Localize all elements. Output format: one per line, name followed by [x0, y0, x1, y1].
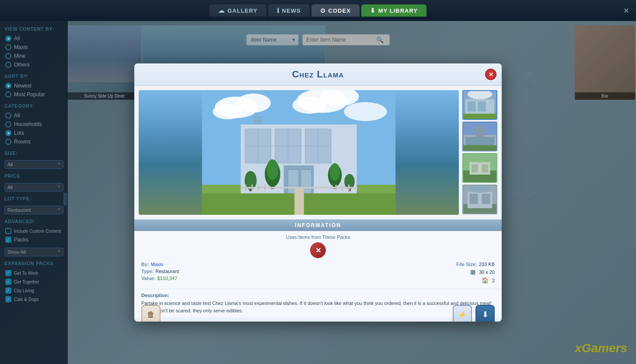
tab-codex-label: Codex — [328, 7, 351, 14]
info-icon: ℹ — [277, 7, 280, 14]
svg-rect-74 — [472, 164, 478, 173]
thumb-3[interactable] — [462, 153, 497, 183]
tab-gallery-label: Gallery — [227, 7, 258, 14]
svg-rect-54 — [258, 185, 259, 191]
description-section: Description: Partake in science and tast… — [134, 289, 502, 318]
top-bar: ☁ Gallery ℹ News ⊙ Codex ⬇ My Library ✕ — [0, 0, 636, 21]
svg-rect-79 — [469, 194, 478, 204]
pack-icon-wrap: ✕ — [141, 242, 495, 258]
modal-close-button[interactable]: ✕ — [485, 69, 496, 80]
download-icon: ⬇ — [482, 310, 489, 319]
svg-rect-70 — [463, 145, 496, 150]
floors-icon: 🏠 — [482, 277, 489, 284]
svg-rect-58 — [348, 185, 349, 191]
info-meta-right: File Size: 233 KB ▦ 30 x 20 🏠 — [322, 262, 495, 285]
tab-gallery[interactable]: ☁ Gallery — [210, 4, 266, 17]
modal-body: Information Uses Items from These Packs … — [134, 86, 502, 300]
svg-rect-55 — [264, 185, 266, 191]
cloud-icon: ☁ — [218, 7, 225, 14]
thumb-4[interactable] — [462, 185, 497, 214]
window-close-button[interactable]: ✕ — [623, 7, 629, 15]
svg-point-17 — [213, 104, 243, 119]
thumb-2[interactable] — [462, 122, 497, 151]
footer-left-actions: 🗑 — [141, 305, 161, 322]
grid-icon: ▦ — [470, 269, 475, 275]
filesize-row: File Size: 233 KB — [322, 262, 495, 267]
svg-rect-64 — [463, 114, 496, 119]
modal-main: Information Uses Items from These Packs … — [134, 86, 502, 300]
svg-rect-57 — [342, 185, 343, 191]
tab-mylibrary[interactable]: ⬇ My Library — [361, 4, 426, 17]
svg-rect-52 — [245, 185, 246, 191]
svg-rect-75 — [482, 164, 488, 173]
pack-icon: ✕ — [310, 242, 326, 258]
modal-overlay: Chez Llama ✕ — [0, 21, 636, 364]
tab-codex[interactable]: ⊙ Codex — [311, 4, 360, 17]
svg-rect-63 — [478, 102, 486, 112]
download-icon: ⬇ — [370, 7, 376, 14]
description-text: Partake in science and taste test Chez L… — [141, 300, 495, 314]
dimensions-row: ▦ 30 x 20 — [322, 269, 495, 275]
by-row: By: Maxis — [141, 262, 314, 267]
info-section: Information Uses Items from These Packs … — [134, 219, 502, 318]
delete-button[interactable]: 🗑 — [141, 305, 161, 322]
svg-rect-80 — [482, 194, 490, 204]
share-icon: ⚡ — [458, 311, 467, 319]
svg-rect-59 — [294, 189, 304, 215]
info-meta: By: Maxis Type: Restaurant Value: — [141, 262, 495, 285]
svg-point-46 — [330, 163, 340, 180]
description-title: Description: — [141, 293, 495, 298]
modal-images-area — [134, 86, 502, 219]
thumb-1[interactable] — [462, 90, 497, 120]
modal-title: Chez Llama — [292, 69, 344, 80]
main-image — [139, 90, 459, 215]
background-content: Item Name ▼ 🔍 View Content By: All Maxis… — [0, 21, 636, 364]
floors-row: 🏠 2 — [322, 277, 495, 284]
tab-mylibrary-label: My Library — [378, 7, 418, 14]
svg-rect-53 — [252, 185, 253, 191]
trash-icon: 🗑 — [147, 310, 155, 319]
svg-point-20 — [292, 97, 327, 114]
svg-rect-56 — [335, 185, 337, 191]
nav-tabs: ☁ Gallery ℹ News ⊙ Codex ⬇ My Library — [210, 4, 426, 17]
thumbnail-column — [462, 90, 497, 215]
info-meta-left: By: Maxis Type: Restaurant Value: — [141, 262, 314, 285]
info-header: Information — [134, 220, 502, 231]
modal-header: Chez Llama ✕ — [134, 63, 502, 86]
footer-right-actions: ⚡ ⬇ — [453, 305, 495, 322]
type-row: Type: Restaurant — [141, 269, 314, 274]
info-content: Uses Items from These Packs ✕ By: — [134, 231, 502, 289]
tab-news[interactable]: ℹ News — [268, 4, 310, 17]
modal-dialog: Chez Llama ✕ — [134, 63, 502, 322]
svg-point-43 — [266, 159, 279, 180]
svg-rect-62 — [468, 102, 476, 112]
svg-point-21 — [344, 102, 387, 121]
share-button[interactable]: ⚡ — [453, 305, 472, 322]
codex-icon: ⊙ — [320, 7, 326, 14]
tab-news-label: News — [282, 7, 301, 14]
svg-rect-69 — [476, 126, 484, 137]
download-button[interactable]: ⬇ — [475, 305, 495, 322]
uses-packs-label: Uses Items from These Packs — [141, 234, 495, 240]
value-row: Value: $110,347 — [141, 276, 314, 281]
